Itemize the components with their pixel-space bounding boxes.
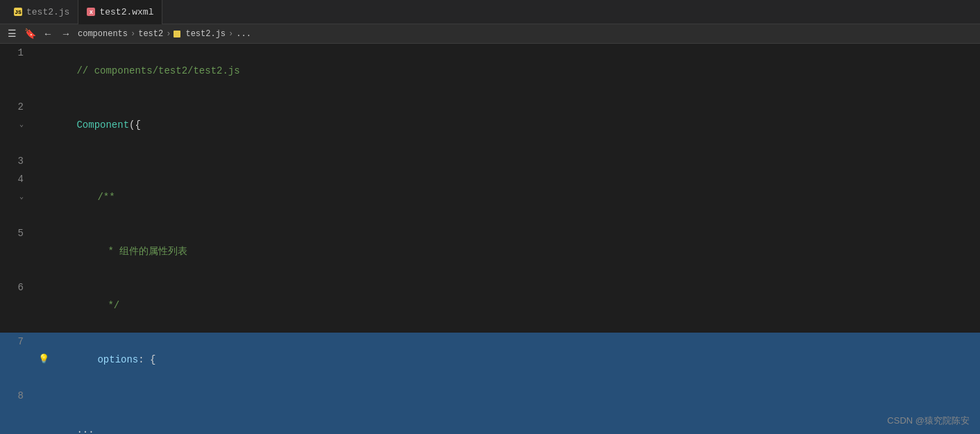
tab-label-test2wxml: test2.wxml [99,7,153,17]
tab-bar: JS test2.js X test2.wxml [0,0,980,24]
line-content-4: /** [35,170,980,224]
xml-file-icon: X [87,8,95,16]
gutter-dots-8: ··· [76,426,94,434]
keyword-options: options [97,354,138,365]
breadcrumb-sep-3: › [228,29,233,39]
js-file-icon: JS [14,8,22,16]
line-num-2: 2 ⌄ [0,98,35,152]
tab-label-test2js: test2.js [26,7,69,17]
brace-open: { [135,119,140,131]
line-num-6: 6 [0,278,35,333]
tab-test2js[interactable]: JS test2.js [6,0,78,24]
comment-block-end: */ [108,300,119,311]
line-content-6: */ [35,278,980,333]
brace-options-open: { [150,354,155,365]
comment-star: * 组件的属性列表 [108,246,187,257]
line-content-1: // components/test2/test2.js [35,44,980,98]
line-num-7: 7 💡 [0,333,35,387]
breadcrumb-components: components [78,29,128,39]
js-breadcrumb-icon [174,31,180,37]
line-content-2: Component({ [35,98,980,152]
colon-1: : [138,354,150,365]
breadcrumb: components › test2 › test2.js › ... [78,29,251,39]
line-num-4: 4 ⌄ [0,170,35,224]
breadcrumb-test2: test2 [138,29,163,39]
line-num-5: 5 [0,224,35,278]
line-content-7: options: { [35,333,980,387]
fold-arrow-4[interactable]: ⌄ [19,188,24,206]
breadcrumb-more: ... [236,29,251,39]
comment-1: // components/test2/test2.js [76,65,239,76]
breadcrumb-sep-1: › [130,29,135,39]
back-icon[interactable]: ← [42,28,54,40]
breadcrumb-file: test2.js [185,29,226,39]
forward-icon[interactable]: → [60,28,72,40]
code-line-3: 3 [0,152,980,170]
line-content-8: ··· pureDataPattern: /^_/ // 指定所有 _ 开头的数… [35,387,980,434]
keyword-component: Component [76,119,129,131]
code-line-2: 2 ⌄ Component({ [0,98,980,152]
comment-block-start: /** [97,192,115,203]
code-line-6: 6 */ [0,278,980,333]
editor-area: 1 // components/test2/test2.js 2 ⌄ Compo… [0,44,980,434]
tab-test2wxml[interactable]: X test2.wxml [78,0,162,24]
code-line-7: 7 💡 options: { [0,333,980,387]
watermark: CSDN @猿究院陈安 [887,415,970,427]
line-num-1: 1 [0,44,35,98]
toolbar: ☰ 🔖 ← → components › test2 › test2.js › … [0,24,980,44]
code-line-5: 5 * 组件的属性列表 [0,224,980,278]
code-line-4: 4 ⌄ /** [0,170,980,224]
code-line-8: 8 ··· pureDataPattern: /^_/ // 指定所有 _ 开头… [0,387,980,434]
line-num-8: 8 [0,387,35,434]
lightbulb-icon[interactable]: 💡 [38,351,49,369]
hamburger-icon[interactable]: ☰ [6,28,18,40]
line-content-3 [35,152,980,170]
line-num-3: 3 [0,152,35,170]
bookmark-icon[interactable]: 🔖 [24,28,36,40]
fold-arrow-2[interactable]: ⌄ [19,116,24,134]
code-line-1: 1 // components/test2/test2.js [0,44,980,98]
line-content-5: * 组件的属性列表 [35,224,980,278]
breadcrumb-sep-2: › [166,29,171,39]
